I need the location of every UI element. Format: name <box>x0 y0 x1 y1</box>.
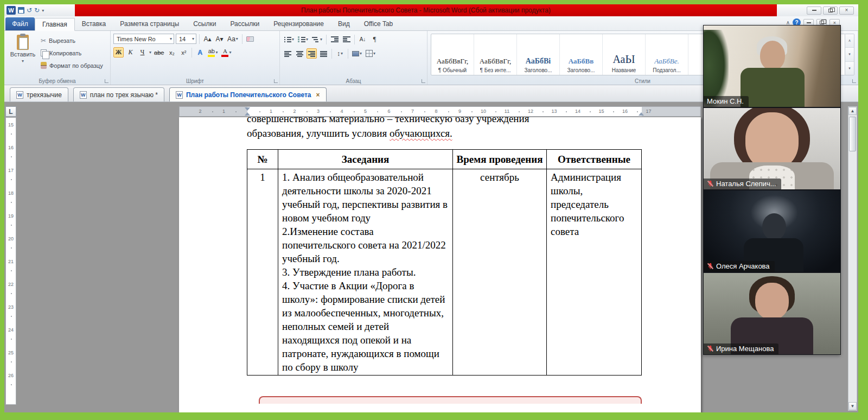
qat-dropdown-icon[interactable]: ▾ <box>42 8 44 13</box>
bold-button[interactable]: Ж <box>113 47 124 58</box>
ruler-number: 2 <box>293 109 296 114</box>
page-content: совершенствовать материально – техническ… <box>179 117 701 404</box>
undo-icon[interactable]: ↺ <box>27 7 32 14</box>
vertical-scrollbar[interactable]: ▲ ▼ <box>848 106 857 411</box>
paste-dropdown-icon[interactable]: ▾ <box>22 59 24 63</box>
copy-button[interactable]: Копировать <box>39 47 105 59</box>
style-normal[interactable]: АаБбВвГг, ¶ Обычный <box>431 34 474 75</box>
gallery-more-button[interactable]: ▾ <box>845 62 854 75</box>
chevron-down-icon: ▾ <box>192 36 194 41</box>
video-tile-irina[interactable]: Ирина Мещанова <box>703 272 841 355</box>
bullet-list-icon <box>284 36 291 43</box>
multilevel-list-button[interactable]: ▾ <box>311 34 323 44</box>
change-case-button[interactable]: Аа ▾ <box>226 34 239 44</box>
italic-button[interactable]: К <box>125 47 136 58</box>
style-no-spacing[interactable]: АаБбВвГг, ¶ Без инте... <box>474 34 517 75</box>
clear-formatting-button[interactable] <box>245 34 256 44</box>
decrease-indent-button[interactable] <box>329 34 340 44</box>
font-family-combo[interactable]: Times New Ro ▾ <box>113 34 174 44</box>
underline-button[interactable]: Ч <box>137 47 148 58</box>
tab-page-layout[interactable]: Разметка страницы <box>113 17 186 30</box>
first-line-indent-marker[interactable] <box>245 107 250 111</box>
horizontal-ruler[interactable]: 123456789101112131415161712 <box>179 106 701 117</box>
highlight-color-button[interactable]: ab ▾ <box>207 47 219 58</box>
align-right-button[interactable] <box>307 48 317 59</box>
tab-insert[interactable]: Вставка <box>75 17 113 30</box>
strikethrough-button[interactable]: abe <box>153 47 165 58</box>
doc-tab-3-active[interactable]: W План работы Попечительского Совета × <box>169 87 327 101</box>
doc-tab-1[interactable]: W трехязычие <box>10 87 68 101</box>
ruler-number: 3 <box>317 109 320 114</box>
restore-button[interactable] <box>823 7 838 15</box>
close-tab-icon[interactable]: × <box>316 91 320 99</box>
right-indent-marker[interactable] <box>639 112 644 116</box>
video-tile-olesya[interactable]: Олеся Арчакова <box>703 190 841 272</box>
tab-home[interactable]: Главная <box>35 18 75 31</box>
align-center-icon <box>296 50 303 57</box>
word-logo-icon[interactable]: W <box>7 6 16 15</box>
format-painter-button[interactable]: Формат по образцу <box>39 60 105 71</box>
ruler-tick <box>11 270 12 271</box>
style-heading2[interactable]: АаБбВв Заголово... <box>560 34 603 75</box>
scrollbar-thumb[interactable] <box>849 117 856 151</box>
doc-tab-2[interactable]: W план по трех язычаю * <box>73 87 164 101</box>
minimize-button[interactable] <box>807 7 821 15</box>
styles-dialog-launcher[interactable] <box>852 79 856 83</box>
increase-indent-button[interactable] <box>341 34 352 44</box>
justify-button[interactable] <box>318 48 329 59</box>
style-title[interactable]: АаЬІ Название <box>603 34 646 75</box>
shading-button[interactable]: ▾ <box>351 48 363 59</box>
vertical-ruler[interactable]: 151617181920212223242526 <box>5 117 16 405</box>
paragraph-dialog-launcher[interactable] <box>422 79 425 83</box>
font-color-button[interactable]: А ▾ <box>220 47 232 58</box>
font-dialog-launcher[interactable] <box>274 79 278 83</box>
superscript-button[interactable]: x² <box>178 47 189 58</box>
font-size-combo[interactable]: 14 ▾ <box>176 34 196 44</box>
subscript-button[interactable]: x₂ <box>167 47 177 58</box>
show-paragraph-marks-button[interactable]: ¶ <box>369 34 380 44</box>
tab-file[interactable]: Файл <box>5 17 35 30</box>
tab-view[interactable]: Вид <box>331 17 357 30</box>
scroll-up-button[interactable]: ▲ <box>848 107 857 115</box>
highlight-color-bar <box>208 55 215 57</box>
underline-dropdown-icon[interactable]: ▾ <box>149 50 151 55</box>
scroll-down-button[interactable]: ▼ <box>848 402 857 410</box>
ruler-number: 14 <box>575 109 580 114</box>
cut-button[interactable]: ✂ Вырезать <box>39 35 105 46</box>
paste-icon <box>17 35 29 50</box>
paste-button[interactable]: Вставить ▾ <box>7 33 39 77</box>
style-heading1[interactable]: АаБбВі Заголово... <box>517 34 560 75</box>
tab-review[interactable]: Рецензирование <box>266 17 331 30</box>
grow-font-button[interactable]: А▴ <box>202 34 213 44</box>
tab-mailings[interactable]: Рассылки <box>223 17 266 30</box>
gallery-down-button[interactable]: ▾ <box>845 48 854 61</box>
tab-stop-selector[interactable]: L <box>5 106 16 117</box>
person-silhouette <box>745 112 799 170</box>
gallery-up-button[interactable]: ∧ <box>845 34 854 48</box>
shrink-font-button[interactable]: А▾ <box>214 34 225 44</box>
align-left-button[interactable] <box>283 48 293 59</box>
cell-num: 1 <box>247 169 278 376</box>
style-subtitle[interactable]: АаБбВе. Подзагол... <box>646 34 688 75</box>
document-page[interactable]: совершенствовать материально – техническ… <box>179 117 701 412</box>
v-ruler-scale: 151617181920212223242526 <box>6 118 16 404</box>
left-indent-marker[interactable] <box>245 112 250 116</box>
clipboard-dialog-launcher[interactable] <box>105 79 108 83</box>
borders-button[interactable]: ▾ <box>365 48 376 59</box>
video-tile-mokin[interactable]: Мокин С.Н. <box>703 25 841 107</box>
ruler-tick <box>11 247 12 249</box>
align-center-button[interactable] <box>295 48 305 59</box>
numbering-button[interactable]: ▾ <box>297 34 309 44</box>
redo-icon[interactable]: ↻ <box>34 7 40 14</box>
save-icon[interactable] <box>18 7 24 14</box>
line-spacing-button[interactable]: ↕▾ <box>335 48 345 59</box>
tab-office-tab[interactable]: Office Tab <box>357 17 400 30</box>
tab-references[interactable]: Ссылки <box>186 17 223 30</box>
video-tile-natalya[interactable]: Наталья Слепич... <box>703 107 841 190</box>
person-silhouette <box>762 213 786 240</box>
bullets-button[interactable]: ▾ <box>283 34 295 44</box>
text-effects-button[interactable]: А <box>195 47 205 58</box>
style-preview: АаЬІ <box>612 53 635 66</box>
sort-button[interactable]: А↓ <box>358 34 368 44</box>
close-button[interactable]: × <box>839 7 854 15</box>
